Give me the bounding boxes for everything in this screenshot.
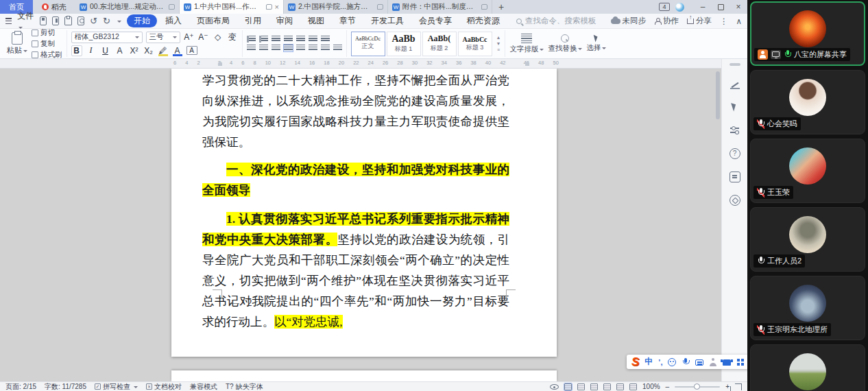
shading-icon[interactable] [321,45,330,51]
align-left-icon[interactable] [247,45,256,51]
line-spacing-icon[interactable] [309,45,317,51]
document-tab[interactable]: W2.中国科学院...施方案》的通知 [284,0,388,14]
char-shading-button[interactable]: A [186,46,197,55]
adjust-sliders-icon[interactable] [730,125,740,136]
redo-icon[interactable]: ↻ [103,16,110,26]
two-page-view-icon[interactable] [590,383,598,390]
bold-button[interactable]: B [71,45,82,56]
command-search[interactable]: 查找命令、搜索模板 [516,16,605,26]
asian-layout-icon[interactable] [309,36,317,43]
compat-mode[interactable]: 兼容模式 [190,382,217,391]
highlight-color-button[interactable]: 🖉 [158,46,169,56]
cut-button[interactable]: 剪切 [32,28,62,38]
borders-icon[interactable] [333,45,342,51]
page-view-icon[interactable] [564,383,572,390]
style-标题 3[interactable]: AaBbCc标题 3 [458,32,492,56]
grow-font-button[interactable]: A⁺ [184,32,195,42]
ribbon-tab-章节[interactable]: 章节 [333,14,363,27]
edit-pen-icon[interactable] [616,383,624,390]
missing-font[interactable]: T? 缺失字体 [226,382,263,391]
ribbon-tab-引用[interactable]: 引用 [238,14,268,27]
ribbon-tab-页面布局[interactable]: 页面布局 [190,14,237,27]
zoom-slider-thumb[interactable] [694,383,700,390]
undo-icon[interactable]: ↺ [90,16,97,26]
collaborate-button[interactable]: 协作 [654,16,679,26]
share-button[interactable]: 分享 [687,16,712,26]
bullet-list-icon[interactable] [247,36,256,43]
clear-format-button[interactable]: ◇ [213,32,224,42]
align-center-icon[interactable] [259,45,268,51]
subscript-button[interactable]: X₂ [143,46,154,56]
eye-protect-icon[interactable] [550,384,559,390]
format-painter-button[interactable]: 格式刷 [32,50,62,60]
participant-tile[interactable]: 王玉荣 [750,139,865,203]
page-3-top[interactable] [171,370,557,381]
document-tab[interactable]: W1.中共中国科...作要点》的通知× [180,0,284,14]
distribute-icon[interactable] [296,45,305,51]
restore-button[interactable] [712,0,730,14]
participant-tile[interactable]: 工作人员2 [750,207,865,272]
align-right-icon[interactable] [272,45,280,51]
skin-shirt-icon[interactable] [723,359,731,366]
italic-button[interactable]: I [86,45,97,56]
spell-check-toggle[interactable]: ✓ 拼写检查 [95,382,138,391]
close-button[interactable]: × [730,0,747,14]
horizontal-ruler[interactable]: 6422468101214161820222426283032343638404… [0,59,724,69]
outline-view-icon[interactable] [577,383,585,390]
document-canvas[interactable]: 学习贯彻党的二十大精神工作，坚持不懈把全面从严治党向纵深推进，以系统观念推动全院… [0,69,721,381]
zoom-level[interactable]: 100% [642,383,660,390]
annotate-pen-icon[interactable] [730,78,740,89]
voice-input-icon[interactable] [682,358,690,366]
web-view-icon[interactable] [603,383,611,390]
chinese-mode-icon[interactable]: 中 [644,356,653,368]
superscript-button[interactable]: X² [129,46,140,56]
cursor-select-icon[interactable] [730,102,740,112]
select-button[interactable]: 选择 [586,34,606,53]
minimize-button[interactable]: – [694,0,712,14]
participant-tile[interactable]: 王宗明东北地理所 [750,276,865,340]
paragraph[interactable]: 学习贯彻党的二十大精神工作，坚持不懈把全面从严治党向纵深推进，以系统观念推动全院… [202,70,509,152]
login-account-icon[interactable] [709,358,717,366]
quickbar-more-icon[interactable] [117,21,121,25]
soft-keyboard-icon[interactable] [695,359,703,366]
vertical-scrollbar[interactable] [716,71,720,119]
scrollbar-handle[interactable] [730,63,740,66]
page-2[interactable]: 学习贯彻党的二十大精神工作，坚持不懈把全面从严治党向纵深推进，以系统观念推动全院… [171,69,557,357]
window-count-badge[interactable]: 4 [659,3,670,11]
page-indicator[interactable]: 页面: 2/15 [5,382,36,391]
ribbon-tab-会员专享[interactable]: 会员专享 [412,14,459,27]
participant-tile[interactable]: 八宝的屏幕共享 [750,1,865,66]
paragraph[interactable]: 一、深化党的政治建设，坚持和加强党对科技事业的全面领导 [202,159,509,200]
font-size-combo[interactable]: 三号 [146,32,180,43]
zoom-out-button[interactable]: – [666,383,670,390]
zoom-in-button[interactable]: + [725,383,730,390]
wrap-icon[interactable] [321,36,330,43]
help-icon[interactable]: ? [730,148,740,159]
font-name-combo[interactable]: 楷体_GB2312 [71,32,143,43]
export-icon[interactable] [52,16,59,25]
style-标题 2[interactable]: AaBb(标题 2 [422,32,457,56]
print-icon[interactable] [64,16,71,25]
shrink-font-button[interactable]: A⁻ [198,32,209,42]
ribbon-tab-视图[interactable]: 视图 [301,14,331,27]
styles-scroll[interactable]: ▲ ▼ ≡ [496,35,501,52]
participant-tile[interactable]: 心会笑吗 [750,70,865,134]
scroll-down-icon[interactable]: ▼ [496,41,501,46]
char-border-button[interactable]: A [114,46,125,56]
feedback-icon[interactable] [730,171,740,182]
docer-tab[interactable]: 稻壳 [33,0,75,14]
hamburger-icon[interactable] [5,18,12,24]
document-tab[interactable]: W附件：中国科...制度实施细则 [388,0,492,14]
zoom-slider[interactable] [675,386,720,388]
participant-tile[interactable] [750,344,865,391]
word-count[interactable]: 字数: 11/7285 [45,382,86,391]
style-正文[interactable]: AaBbCcDc正文 [351,32,385,56]
fit-page-icon[interactable] [629,383,637,390]
ribbon-tab-插入[interactable]: 插入 [158,14,189,27]
increase-indent-icon[interactable] [284,36,293,43]
scroll-up-icon[interactable]: ▲ [496,35,501,40]
underline-button[interactable]: U [100,46,111,56]
paragraph[interactable]: 1. 认真贯彻落实习近平总书记系列重要指示批示精神和党中央重大决策部署。坚持以党… [202,209,509,332]
stamp-icon[interactable] [730,195,740,206]
close-tab-icon[interactable]: × [275,3,279,11]
